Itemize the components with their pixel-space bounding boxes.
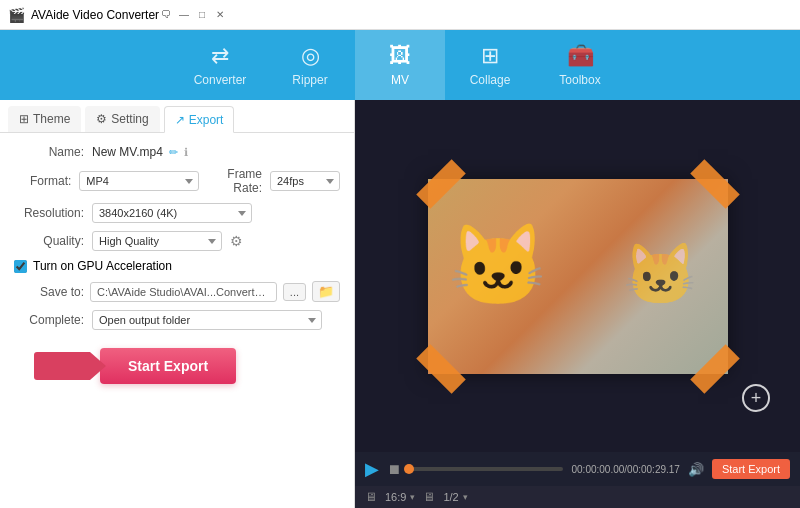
add-to-preview-button[interactable]: + (742, 384, 770, 412)
quality-select[interactable]: High Quality (92, 231, 222, 251)
nav-tab-collage[interactable]: ⊞ Collage (445, 30, 535, 100)
framerate-select[interactable]: 24fps (270, 171, 340, 191)
tab-setting[interactable]: ⚙ Setting (85, 106, 159, 132)
nav-label-ripper: Ripper (292, 73, 327, 87)
gpu-checkbox[interactable] (14, 260, 27, 273)
monitor-icon: 🖥 (365, 490, 377, 504)
quality-value: 1/2 (443, 491, 458, 503)
nav-tab-ripper[interactable]: ◎ Ripper (265, 30, 355, 100)
main-content: ⊞ Theme ⚙ Setting ↗ Export Name: New MV.… (0, 100, 800, 508)
quality-row: Quality: High Quality ⚙ (14, 231, 340, 251)
tab-theme-label: Theme (33, 112, 70, 126)
nav-label-collage: Collage (470, 73, 511, 87)
toolbox-icon: 🧰 (567, 43, 594, 69)
name-label: Name: (14, 145, 84, 159)
right-panel: + ▶ ⏹ 00:00:00.00/00:00:29.17 🔊 Start Ex… (355, 100, 800, 508)
theme-grid-icon: ⊞ (19, 112, 29, 126)
ripper-icon: ◎ (301, 43, 320, 69)
browse-button[interactable]: ... (283, 283, 306, 301)
left-panel: ⊞ Theme ⚙ Setting ↗ Export Name: New MV.… (0, 100, 355, 508)
format-label: Format: (14, 174, 71, 188)
restore-icon[interactable]: — (177, 8, 191, 22)
complete-row: Complete: Open output folder (14, 310, 340, 330)
gpu-row: Turn on GPU Acceleration (14, 259, 340, 273)
title-bar: 🎬 AVAide Video Converter 🗨 — □ ✕ (0, 0, 800, 30)
arrow-hint (34, 352, 90, 380)
resolution-row: Resolution: 3840x2160 (4K) (14, 203, 340, 223)
folder-button[interactable]: 📁 (312, 281, 340, 302)
aspect-ratio-value: 16:9 (385, 491, 406, 503)
progress-dot (404, 464, 414, 474)
video-preview: + (355, 100, 800, 452)
volume-icon[interactable]: 🔊 (688, 462, 704, 477)
maximize-icon[interactable]: □ (195, 8, 209, 22)
nav-tab-converter[interactable]: ⇄ Converter (175, 30, 265, 100)
format-row: Format: MP4 Frame Rate: 24fps (14, 167, 340, 195)
converter-icon: ⇄ (211, 43, 229, 69)
complete-label: Complete: (14, 313, 84, 327)
nav-label-converter: Converter (194, 73, 247, 87)
gpu-label: Turn on GPU Acceleration (33, 259, 172, 273)
quality-label: Quality: (14, 234, 84, 248)
setting-gear-icon: ⚙ (96, 112, 107, 126)
monitor-icon2: 🖥 (423, 490, 435, 504)
nav-label-toolbox: Toolbox (559, 73, 600, 87)
preview-frame (428, 179, 728, 374)
complete-select[interactable]: Open output folder (92, 310, 322, 330)
nav-tab-mv[interactable]: 🖼 MV (355, 30, 445, 100)
window-controls: 🗨 — □ ✕ (159, 8, 227, 22)
save-path: C:\AVAide Studio\AVAI...Converter\MV Exp… (90, 282, 277, 302)
name-row: Name: New MV.mp4 ✏ ℹ (14, 145, 340, 159)
quality-dropdown-icon: ▾ (463, 492, 468, 502)
resolution-label: Resolution: (14, 206, 84, 220)
start-export-button[interactable]: Start Export (100, 348, 236, 384)
settings-area: Name: New MV.mp4 ✏ ℹ Format: MP4 Frame R… (0, 133, 354, 508)
sub-tabs: ⊞ Theme ⚙ Setting ↗ Export (0, 100, 354, 133)
export-arrow-icon: ↗ (175, 113, 185, 127)
tab-theme[interactable]: ⊞ Theme (8, 106, 81, 132)
framerate-label: Frame Rate: (207, 167, 262, 195)
app-title: AVAide Video Converter (31, 8, 159, 22)
save-label: Save to: (14, 285, 84, 299)
close-icon[interactable]: ✕ (213, 8, 227, 22)
aspect-ratio-selector[interactable]: 16:9 ▾ (385, 491, 415, 503)
quality-selector[interactable]: 1/2 ▾ (443, 491, 467, 503)
format-select[interactable]: MP4 (79, 171, 199, 191)
app-icon: 🎬 (8, 7, 25, 23)
start-export-small-button[interactable]: Start Export (712, 459, 790, 479)
info-icon[interactable]: ℹ (184, 146, 188, 159)
edit-name-icon[interactable]: ✏ (169, 146, 178, 159)
aspect-dropdown-icon: ▾ (410, 492, 415, 502)
mv-icon: 🖼 (389, 43, 411, 69)
stop-button[interactable]: ⏹ (387, 461, 401, 477)
time-display: 00:00:00.00/00:00:29.17 (571, 464, 679, 475)
name-value: New MV.mp4 (92, 145, 163, 159)
tab-export[interactable]: ↗ Export (164, 106, 235, 133)
nav-bar: ⇄ Converter ◎ Ripper 🖼 MV ⊞ Collage 🧰 To… (0, 30, 800, 100)
nav-label-mv: MV (391, 73, 409, 87)
collage-icon: ⊞ (481, 43, 499, 69)
tab-export-label: Export (189, 113, 224, 127)
tab-setting-label: Setting (111, 112, 148, 126)
progress-bar[interactable] (409, 467, 563, 471)
preview-image (428, 179, 728, 374)
aspect-bar: 🖥 16:9 ▾ 🖥 1/2 ▾ (355, 486, 800, 508)
save-row: Save to: C:\AVAide Studio\AVAI...Convert… (14, 281, 340, 302)
minimize-icon[interactable]: 🗨 (159, 8, 173, 22)
resolution-select[interactable]: 3840x2160 (4K) (92, 203, 252, 223)
quality-gear-icon[interactable]: ⚙ (230, 233, 243, 249)
nav-tab-toolbox[interactable]: 🧰 Toolbox (535, 30, 625, 100)
playback-bar: ▶ ⏹ 00:00:00.00/00:00:29.17 🔊 Start Expo… (355, 452, 800, 486)
play-button[interactable]: ▶ (365, 458, 379, 480)
